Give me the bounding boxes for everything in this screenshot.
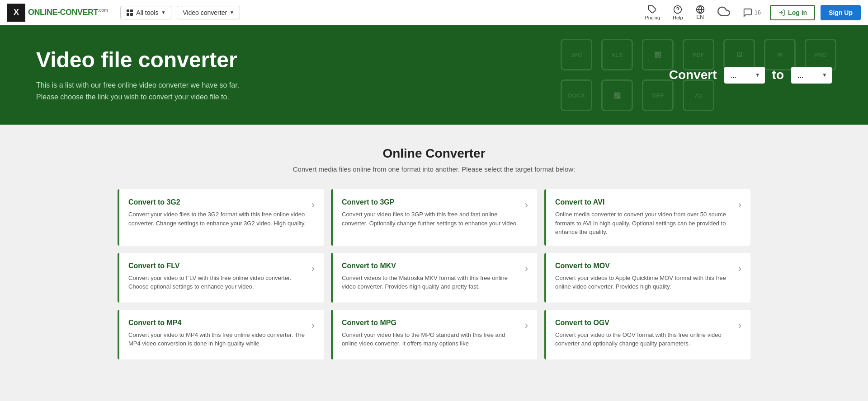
hero-title: Video file converter [36, 47, 642, 72]
card-title-4: Convert to MKV [342, 262, 519, 270]
navbar: X ONLINE-CONVERT.com All tools ▼ Video c… [0, 0, 868, 25]
card-item[interactable]: Convert to AVI Online media converter to… [544, 189, 750, 246]
logo-text: ONLINE-CONVERT.com [28, 8, 108, 17]
logo-superscript: .com [98, 8, 108, 13]
card-body-4: Convert to MKV Convert videos to the Mat… [342, 262, 519, 291]
card-item[interactable]: Convert to OGV Convert your video to the… [544, 310, 750, 359]
signup-button[interactable]: Sign Up [821, 5, 861, 20]
card-body-8: Convert to OGV Convert your video to the… [555, 319, 733, 348]
login-label: Log In [788, 9, 807, 16]
logo-text-before: ONLINE- [28, 8, 60, 17]
from-format-select[interactable]: ... [724, 67, 765, 84]
card-chevron-icon-4 [525, 263, 528, 275]
pricing-icon [648, 5, 657, 14]
hero-content: Video file converter This is a list with… [36, 47, 642, 103]
card-description-1: Convert your video files to 3GP with thi… [342, 210, 519, 228]
login-icon [778, 9, 785, 16]
card-body-3: Convert to FLV Convert your video to FLV… [128, 262, 306, 291]
help-button[interactable]: Help [669, 3, 687, 22]
chat-button[interactable]: 16 [739, 6, 764, 19]
card-item[interactable]: Convert to MOV Convert your videos to Ap… [544, 253, 750, 303]
card-title-5: Convert to MOV [555, 262, 733, 270]
cloud-button[interactable] [714, 3, 734, 22]
hero-convert: Convert ... to ... [669, 67, 832, 84]
bg-png-icon: PNG [805, 39, 836, 70]
card-title-0: Convert to 3G2 [128, 198, 306, 206]
to-format-select[interactable]: ... [791, 67, 832, 84]
card-title-6: Convert to MP4 [128, 319, 306, 327]
card-body-2: Convert to AVI Online media converter to… [555, 198, 733, 237]
card-item[interactable]: Convert to FLV Convert your video to FLV… [118, 253, 324, 303]
card-description-5: Convert your videos to Apple Quicktime M… [555, 274, 733, 291]
card-description-8: Convert your video to the OGV format wit… [555, 331, 733, 348]
card-description-2: Online media converter to convert your v… [555, 210, 733, 237]
bg-tiff-icon: TIFF [642, 79, 674, 111]
from-format-select-wrap[interactable]: ... [724, 67, 765, 84]
language-label: EN [696, 14, 704, 20]
language-button[interactable]: EN [692, 3, 708, 22]
card-chevron-icon-6 [311, 320, 315, 331]
cards-grid: Convert to 3G2 Convert your video files … [118, 189, 750, 359]
svg-rect-2 [127, 13, 129, 16]
card-body-6: Convert to MP4 Convert your video to MP4… [128, 319, 306, 348]
card-description-3: Convert your video to FLV with this free… [128, 274, 306, 291]
card-body-1: Convert to 3GP Convert your video files … [342, 198, 519, 228]
card-title-2: Convert to AVI [555, 198, 733, 206]
pricing-button[interactable]: Pricing [641, 3, 664, 22]
to-label: to [772, 68, 784, 82]
card-chevron-icon-5 [738, 263, 741, 275]
card-chevron-icon-2 [738, 199, 741, 211]
convert-label: Convert [669, 68, 717, 82]
chat-icon [743, 8, 753, 18]
card-title-1: Convert to 3GP [342, 198, 519, 206]
all-tools-label: All tools [136, 9, 158, 16]
help-icon [673, 5, 682, 14]
hero-description: This is a list with our free online vide… [36, 79, 280, 103]
cloud-icon [717, 5, 730, 18]
pricing-label: Pricing [645, 15, 660, 20]
card-title-8: Convert to OGV [555, 319, 733, 327]
logo[interactable]: X ONLINE-CONVERT.com [7, 4, 108, 22]
globe-icon [696, 5, 705, 14]
card-item[interactable]: Convert to 3GP Convert your video files … [331, 189, 537, 246]
card-chevron-icon-7 [525, 320, 528, 331]
card-item[interactable]: Convert to MPG Convert your video files … [331, 310, 537, 359]
signup-label: Sign Up [829, 9, 853, 16]
card-description-6: Convert your video to MP4 with this free… [128, 331, 306, 348]
help-label: Help [673, 15, 683, 20]
card-title-3: Convert to FLV [128, 262, 306, 270]
card-description-0: Convert your video files to the 3G2 form… [128, 210, 306, 228]
section-subtitle: Convert media files online from one form… [36, 165, 832, 173]
card-title-7: Convert to MPG [342, 319, 519, 327]
card-item[interactable]: Convert to MP4 Convert your video to MP4… [118, 310, 324, 359]
card-description-4: Convert videos to the Matroska MKV forma… [342, 274, 519, 291]
video-converter-chevron-icon: ▼ [230, 10, 234, 15]
to-format-select-wrap[interactable]: ... [791, 67, 832, 84]
svg-rect-3 [130, 13, 133, 16]
card-chevron-icon-1 [525, 199, 528, 211]
bg-chart-icon: 📊 [642, 39, 674, 70]
card-body-0: Convert to 3G2 Convert your video files … [128, 198, 306, 228]
section-title: Online Converter [36, 146, 832, 161]
card-item[interactable]: Convert to MKV Convert videos to the Mat… [331, 253, 537, 303]
card-item[interactable]: Convert to 3G2 Convert your video files … [118, 189, 324, 246]
chat-count: 16 [755, 9, 761, 16]
all-tools-chevron-icon: ▼ [161, 10, 165, 15]
hero-desc-line2: Please choose the link you wish to conve… [36, 93, 229, 101]
card-body-7: Convert to MPG Convert your video files … [342, 319, 519, 348]
logo-icon: X [7, 4, 25, 22]
svg-rect-1 [130, 9, 133, 12]
hero-section: Video file converter This is a list with… [0, 25, 868, 125]
all-tools-button[interactable]: All tools ▼ [120, 6, 171, 19]
svg-rect-0 [127, 9, 129, 12]
card-description-7: Convert your video files to the MPG stan… [342, 331, 519, 348]
hero-desc-line1: This is a list with our free online vide… [36, 81, 239, 89]
video-converter-button[interactable]: Video converter ▼ [177, 6, 240, 19]
logo-text-after: CONVERT [60, 8, 99, 17]
card-chevron-icon-8 [738, 320, 741, 331]
bg-img-icon: 🖼 [723, 39, 755, 70]
main-content: Online Converter Convert media files onl… [0, 125, 868, 381]
card-chevron-icon-3 [311, 263, 315, 275]
login-button[interactable]: Log In [770, 5, 815, 20]
bg-font-icon: Aa [683, 79, 714, 111]
